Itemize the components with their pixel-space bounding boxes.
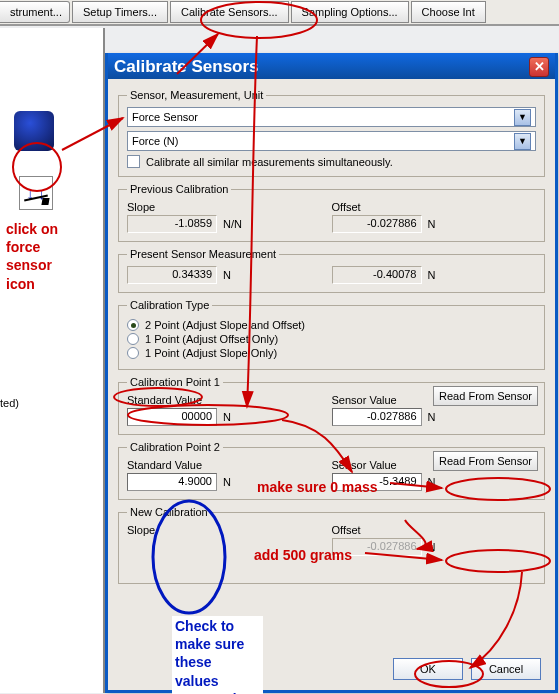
- cp2-standard-value-input[interactable]: 4.9000: [127, 473, 217, 491]
- calibration-type-group: Calibration Type 2 Point (Adjust Slope a…: [118, 299, 545, 370]
- dialog-titlebar: Calibrate Sensors ✕: [108, 53, 555, 79]
- offset-label: Offset: [332, 201, 537, 213]
- cp2-legend: Calibration Point 2: [127, 441, 223, 453]
- cp1-std-unit: N: [223, 411, 231, 423]
- new-calibration-group: New Calibration Slope Offset -0.027886 N: [118, 506, 545, 584]
- cp2-sv-unit: N: [428, 476, 436, 488]
- newcal-offset-label: Offset: [332, 524, 537, 536]
- measurement-dropdown-value: Force (N): [132, 135, 178, 147]
- one-point-slope-radio[interactable]: [127, 347, 139, 359]
- ok-button[interactable]: OK: [393, 658, 463, 680]
- dialog-title: Calibrate Sensors: [114, 57, 259, 77]
- prev-cal-legend: Previous Calibration: [127, 183, 231, 195]
- cp1-standard-value-input[interactable]: 00000: [127, 408, 217, 426]
- cp1-read-sensor-button[interactable]: Read From Sensor: [433, 386, 538, 406]
- sampling-options-button[interactable]: Sampling Options...: [291, 1, 409, 23]
- newcal-offset-unit: N: [428, 541, 436, 553]
- one-point-slope-label: 1 Point (Adjust Slope Only): [145, 347, 277, 359]
- cp2-std-unit: N: [223, 476, 231, 488]
- chevron-down-icon: ▼: [514, 133, 531, 150]
- cp1-sv-unit: N: [428, 411, 436, 423]
- sensor-measurement-group: Sensor, Measurement, Unit Force Sensor ▼…: [118, 89, 545, 177]
- one-point-offset-label: 1 Point (Adjust Offset Only): [145, 333, 278, 345]
- calibrate-sensors-dialog: Calibrate Sensors ✕ Sensor, Measurement,…: [105, 53, 558, 693]
- two-point-label: 2 Point (Adjust Slope and Offset): [145, 319, 305, 331]
- choose-interface-button[interactable]: Choose Int: [411, 1, 486, 23]
- present-legend: Present Sensor Measurement: [127, 248, 279, 260]
- truncated-text: ted): [0, 397, 19, 409]
- calibrate-similar-checkbox[interactable]: [127, 155, 140, 168]
- newcal-slope-label: Slope: [127, 524, 332, 536]
- calibration-point-1-group: Calibration Point 1 Read From Sensor Sta…: [118, 376, 545, 435]
- chevron-down-icon: ▼: [514, 109, 531, 126]
- prev-slope-unit: N/N: [223, 218, 242, 230]
- instrument-button[interactable]: strument...: [0, 1, 70, 23]
- left-panel: ↓ ↓ ted): [0, 28, 105, 693]
- present-left-unit: N: [223, 269, 231, 281]
- two-point-radio[interactable]: [127, 319, 139, 331]
- measurement-dropdown[interactable]: Force (N) ▼: [127, 131, 536, 151]
- newcal-offset-value: -0.027886: [332, 538, 422, 556]
- newcal-legend: New Calibration: [127, 506, 211, 518]
- present-right-value: -0.40078: [332, 266, 422, 284]
- cp2-std-label: Standard Value: [127, 459, 332, 471]
- prev-slope-value: -1.0859: [127, 215, 217, 233]
- slope-label: Slope: [127, 201, 332, 213]
- toolbar: strument... Setup Timers... Calibrate Se…: [0, 0, 559, 26]
- smu-legend: Sensor, Measurement, Unit: [127, 89, 266, 101]
- one-point-offset-radio[interactable]: [127, 333, 139, 345]
- close-button[interactable]: ✕: [529, 57, 549, 77]
- cp2-sensor-value-input[interactable]: -5.3489: [332, 473, 422, 491]
- cancel-button[interactable]: Cancel: [471, 658, 541, 680]
- prev-offset-unit: N: [428, 218, 436, 230]
- sensor-device-icon[interactable]: [14, 111, 54, 151]
- ctype-legend: Calibration Type: [127, 299, 212, 311]
- previous-calibration-group: Previous Calibration Slope -1.0859 N/N O…: [118, 183, 545, 242]
- sensor-dropdown-value: Force Sensor: [132, 111, 198, 123]
- calibration-point-2-group: Calibration Point 2 Read From Sensor Sta…: [118, 441, 545, 500]
- cp1-legend: Calibration Point 1: [127, 376, 223, 388]
- prev-offset-value: -0.027886: [332, 215, 422, 233]
- calibrate-similar-label: Calibrate all similar measurements simul…: [146, 156, 393, 168]
- calibrate-sensors-button[interactable]: Calibrate Sensors...: [170, 1, 289, 23]
- sensor-dropdown[interactable]: Force Sensor ▼: [127, 107, 536, 127]
- cp1-std-label: Standard Value: [127, 394, 332, 406]
- force-sensor-icon[interactable]: ↓ ↓: [19, 176, 53, 210]
- cp1-sensor-value-input[interactable]: -0.027886: [332, 408, 422, 426]
- present-right-unit: N: [428, 269, 436, 281]
- present-measurement-group: Present Sensor Measurement 0.34339 N -0.…: [118, 248, 545, 293]
- present-left-value: 0.34339: [127, 266, 217, 284]
- cp2-read-sensor-button[interactable]: Read From Sensor: [433, 451, 538, 471]
- setup-timers-button[interactable]: Setup Timers...: [72, 1, 168, 23]
